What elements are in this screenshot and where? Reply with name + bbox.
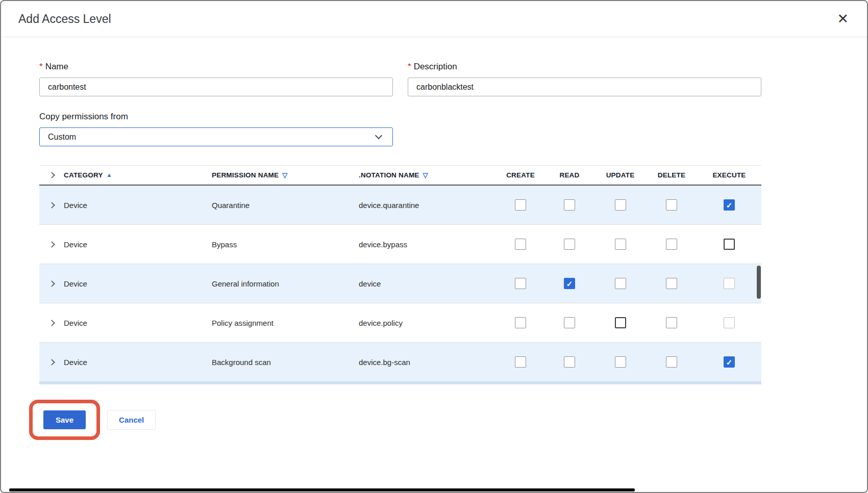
execute-cell: ✓ (697, 199, 761, 211)
read-checkbox[interactable] (564, 239, 575, 250)
row-notation-name: device.bypass (359, 240, 497, 249)
check-icon: ✓ (726, 201, 733, 209)
row-expander[interactable] (39, 360, 64, 365)
chevron-right-icon (48, 241, 55, 248)
row-permission-name: Policy assignment (212, 319, 359, 327)
chevron-right-icon (48, 172, 55, 178)
chevron-right-icon (48, 359, 55, 366)
delete-checkbox[interactable] (666, 199, 677, 211)
read-cell (544, 199, 594, 211)
update-cell (594, 199, 646, 211)
read-checkbox[interactable] (564, 199, 575, 211)
execute-cell (697, 239, 761, 250)
row-category: Device (64, 201, 212, 210)
table-row: DeviceQuarantinedevice.quarantine✓ (39, 186, 761, 225)
copy-permissions-select[interactable]: Custom (39, 127, 393, 146)
row-notation-name: device.quarantine (359, 201, 497, 210)
row-notation-name: device.policy (359, 319, 497, 327)
row-permission-name: General information (212, 279, 359, 288)
create-checkbox[interactable] (515, 278, 526, 289)
execute-checkbox[interactable] (724, 278, 735, 289)
column-header-permission-name[interactable]: PERMISSION NAME ▽ (212, 171, 359, 179)
delete-checkbox[interactable] (666, 239, 677, 250)
update-cell (594, 278, 646, 289)
execute-checkbox[interactable]: ✓ (724, 199, 735, 211)
column-header-category[interactable]: CATEGORY ▲ (64, 171, 212, 179)
row-expander[interactable] (39, 242, 64, 247)
dialog-title: Add Access Level (18, 12, 111, 26)
update-cell (594, 317, 646, 328)
update-checkbox[interactable] (615, 199, 626, 211)
read-cell: ✓ (544, 278, 594, 289)
dialog-footer: Save Cancel (29, 400, 761, 440)
read-cell (544, 317, 594, 328)
name-input[interactable] (39, 77, 393, 96)
create-checkbox[interactable] (515, 239, 526, 250)
row-category: Device (64, 240, 212, 249)
row-permission-name: Quarantine (212, 201, 359, 210)
chevron-right-icon (48, 202, 55, 209)
vertical-scrollbar[interactable] (757, 266, 761, 299)
column-header-label: CATEGORY (64, 171, 103, 179)
description-label: *Description (408, 62, 761, 72)
column-header-notation-name[interactable]: .NOTATION NAME ▽ (359, 171, 497, 179)
execute-cell (697, 317, 761, 328)
row-permission-name: Bypass (212, 240, 359, 249)
delete-checkbox[interactable] (666, 356, 677, 368)
row-expander[interactable] (39, 321, 64, 325)
check-icon: ✓ (726, 358, 733, 366)
column-header-label: .NOTATION NAME (359, 171, 419, 179)
column-header-update: UPDATE (594, 171, 646, 179)
table-row: DeviceGeneral informationdevice✓ (39, 264, 761, 303)
close-icon[interactable]: ✕ (837, 12, 849, 26)
column-header-delete: DELETE (646, 171, 697, 179)
column-header-label: PERMISSION NAME (212, 171, 279, 179)
description-input[interactable] (408, 77, 761, 96)
read-checkbox[interactable] (564, 356, 575, 368)
read-checkbox[interactable]: ✓ (564, 278, 575, 289)
form-row: *Name *Description (39, 62, 761, 96)
row-notation-name: device.bg-scan (359, 358, 497, 367)
delete-checkbox[interactable] (666, 317, 677, 328)
permissions-table: CATEGORY ▲ PERMISSION NAME ▽ .NOTATION N… (39, 165, 761, 384)
description-label-text: Description (414, 62, 457, 71)
name-label: *Name (39, 62, 393, 72)
row-expander[interactable] (39, 203, 64, 207)
column-header-execute: EXECUTE (697, 171, 761, 179)
create-checkbox[interactable] (515, 199, 526, 211)
execute-checkbox[interactable]: ✓ (724, 356, 735, 368)
required-asterisk: * (408, 62, 411, 71)
update-cell (594, 239, 646, 250)
row-category: Device (64, 279, 212, 288)
cancel-button[interactable]: Cancel (107, 410, 156, 430)
execute-checkbox[interactable] (724, 317, 735, 328)
table-body: DeviceQuarantinedevice.quarantine✓Device… (39, 186, 761, 382)
save-button[interactable]: Save (43, 410, 86, 429)
execute-cell: ✓ (697, 356, 761, 368)
create-cell (497, 317, 544, 328)
table-header: CATEGORY ▲ PERMISSION NAME ▽ .NOTATION N… (39, 165, 761, 186)
execute-checkbox[interactable] (724, 239, 735, 250)
chevron-right-icon (48, 280, 55, 287)
update-checkbox[interactable] (615, 239, 626, 250)
header-expander[interactable] (39, 173, 64, 177)
read-cell (544, 239, 594, 250)
copy-permissions-group: Copy permissions from Custom (39, 112, 761, 146)
row-category: Device (64, 319, 212, 327)
row-expander[interactable] (39, 281, 64, 286)
red-highlight-annotation: Save (29, 400, 100, 440)
create-cell (497, 199, 544, 211)
create-checkbox[interactable] (515, 356, 526, 368)
required-asterisk: * (39, 62, 43, 71)
delete-cell (646, 356, 697, 368)
read-checkbox[interactable] (564, 317, 575, 328)
row-category: Device (64, 358, 212, 367)
create-checkbox[interactable] (515, 317, 526, 328)
name-label-text: Name (45, 62, 68, 71)
check-icon: ✓ (566, 280, 573, 288)
delete-checkbox[interactable] (666, 278, 677, 289)
update-checkbox[interactable] (615, 278, 626, 289)
update-checkbox[interactable] (615, 317, 626, 328)
sort-descending-icon: ▽ (282, 172, 287, 178)
update-checkbox[interactable] (615, 356, 626, 368)
